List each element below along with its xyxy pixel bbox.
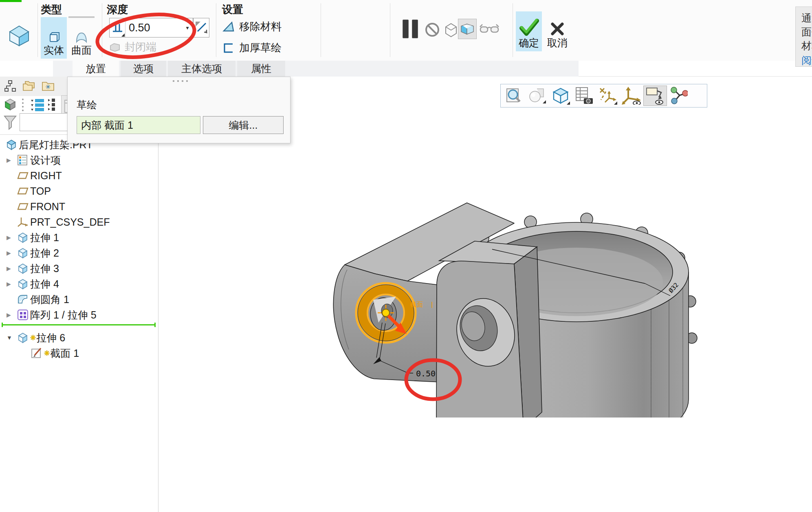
tooltip-line: 材料 xyxy=(801,39,812,53)
edit-sketch-button[interactable]: 编辑... xyxy=(203,116,284,134)
tree-item-extrude-1[interactable]: ▶ 拉伸 1 xyxy=(0,230,161,245)
tree-item-design-items[interactable]: ▶ 设计项 xyxy=(0,152,161,168)
group-title-settings: 设置 xyxy=(222,2,243,17)
tree-item-extrude-4[interactable]: ▶ 拉伸 4 xyxy=(0,276,161,292)
pause-button[interactable] xyxy=(403,20,418,38)
collapse-arrow-icon[interactable]: ▼ xyxy=(7,334,17,341)
closed-end-toggle[interactable]: 封闭端 xyxy=(109,40,156,54)
expand-arrow-icon[interactable]: ▶ xyxy=(7,265,17,272)
extrude-icon xyxy=(17,263,30,274)
spin-center-button[interactable] xyxy=(667,86,691,106)
round-icon xyxy=(17,294,30,305)
tab-label: 选项 xyxy=(133,62,154,75)
part-icon xyxy=(6,139,19,150)
expand-arrow-icon[interactable]: ▶ xyxy=(7,281,17,287)
group-title-depth: 深度 xyxy=(107,2,128,17)
tree-item-label: 倒圆角 1 xyxy=(30,293,69,306)
tree-item-section-1[interactable]: ✳ 截面 1 xyxy=(0,345,186,361)
model-viewport[interactable]: 截面 | 0.50 Ø32 xyxy=(310,202,721,418)
view-manager-icon xyxy=(575,87,594,105)
tab-placement[interactable]: 放置 xyxy=(73,61,119,77)
extrude-icon xyxy=(17,332,30,343)
settings-folder-icon[interactable]: ✳ xyxy=(40,79,56,93)
tree-item-extrude-3[interactable]: ▶ 拉伸 3 xyxy=(0,261,161,276)
tree-item-label: 阵列 1 / 拉伸 5 xyxy=(30,308,97,322)
refit-zoom-button[interactable] xyxy=(502,86,525,106)
tree-item-round-1[interactable]: 倒圆角 1 xyxy=(0,292,161,307)
tree-item-pattern-1[interactable]: ▶ 阵列 1 / 拉伸 5 xyxy=(0,307,161,323)
verify-glasses-button[interactable] xyxy=(479,24,500,35)
depth-control: ▾ xyxy=(109,18,193,37)
insert-locator-line[interactable] xyxy=(2,324,156,325)
depth-dropdown-arrow-icon[interactable]: ▾ xyxy=(183,24,192,31)
divider xyxy=(321,3,321,57)
ok-button[interactable]: 确定 xyxy=(516,11,542,51)
shading-mode-button[interactable] xyxy=(525,86,549,106)
datum-display-icon xyxy=(599,87,617,105)
display-style-button[interactable] xyxy=(549,86,572,106)
csys-display-icon xyxy=(622,87,641,105)
model-lug[interactable] xyxy=(436,241,542,418)
annotation-display-button[interactable] xyxy=(643,86,667,106)
closed-end-icon xyxy=(109,42,121,52)
divider xyxy=(216,3,216,57)
ribbon-dashboard: 类型 实体 曲面 深度 xyxy=(0,0,812,61)
surface-label: 曲面 xyxy=(71,44,92,57)
solid-label: 实体 xyxy=(44,44,64,57)
remove-material-label: 移除材料 xyxy=(239,20,282,34)
depth-value-input[interactable] xyxy=(125,21,183,35)
layers-folder-icon[interactable] xyxy=(21,79,37,93)
tab-options[interactable]: 选项 xyxy=(121,61,166,77)
spin-center-icon xyxy=(670,87,688,105)
no-preview-button[interactable] xyxy=(425,22,440,37)
flip-direction-button[interactable] xyxy=(193,18,209,37)
extrude-icon xyxy=(17,247,30,259)
collapse-all-icon[interactable] xyxy=(47,98,59,112)
model-tree-icon[interactable] xyxy=(4,80,16,92)
datum-display-button[interactable] xyxy=(596,86,620,106)
sketch-name: 内部 截面 1 xyxy=(81,119,133,132)
sketch-collector-field[interactable]: 内部 截面 1 xyxy=(77,116,200,134)
tree-item-extrude-2[interactable]: ▶ 拉伸 2 xyxy=(0,245,161,261)
view-manager-button[interactable] xyxy=(572,86,596,106)
cancel-button[interactable]: 取消 xyxy=(544,11,570,51)
thicken-sketch-toggle[interactable]: 加厚草绘 xyxy=(222,41,282,55)
geometry-preview-button[interactable] xyxy=(458,19,477,39)
tree-item-top-plane[interactable]: TOP xyxy=(0,183,161,199)
tree-item-label: 截面 1 xyxy=(50,347,79,360)
tree-item-label: 拉伸 1 xyxy=(30,231,59,244)
csys-icon xyxy=(17,217,30,227)
surface-type-button[interactable]: 曲面 xyxy=(68,17,95,59)
expand-all-icon[interactable] xyxy=(30,98,45,112)
depth-type-button[interactable] xyxy=(110,18,125,37)
tree-item-right-plane[interactable]: RIGHT xyxy=(0,168,161,183)
csys-display-button[interactable] xyxy=(620,86,643,106)
part-display-icon[interactable] xyxy=(3,98,17,111)
tooltip-read-link[interactable]: 阅读 xyxy=(801,53,812,67)
expand-arrow-icon[interactable]: ▶ xyxy=(7,157,17,163)
tree-item-label: PRT_CSYS_DEF xyxy=(30,216,110,228)
tree-item-label: 拉伸 6 xyxy=(36,331,65,345)
tab-body-options[interactable]: 主体选项 xyxy=(168,61,235,77)
wireframe-preview-button[interactable] xyxy=(442,21,460,38)
tree-item-extrude-6[interactable]: ▼ ✳ 拉伸 6 xyxy=(0,330,161,345)
depth-drag-handle[interactable] xyxy=(382,309,389,316)
expand-arrow-icon[interactable]: ▶ xyxy=(7,234,17,241)
tab-properties[interactable]: 属性 xyxy=(237,61,285,77)
application-window: 类型 实体 曲面 深度 xyxy=(0,0,812,512)
tree-item-front-plane[interactable]: FRONT xyxy=(0,199,161,214)
expand-arrow-icon[interactable]: ▶ xyxy=(7,312,17,318)
glasses-icon xyxy=(479,24,500,35)
expand-arrow-icon[interactable]: ▶ xyxy=(7,250,17,256)
tree-filter-input[interactable] xyxy=(20,113,74,131)
depth-dimension-value[interactable]: 0.50 xyxy=(416,369,436,378)
divider xyxy=(37,3,38,57)
modified-badge: ✳ xyxy=(30,334,36,342)
datum-plane-icon xyxy=(17,187,30,196)
remove-material-toggle[interactable]: 移除材料 xyxy=(222,20,282,34)
panel-drag-handle[interactable] xyxy=(173,80,188,82)
ok-check-icon xyxy=(518,18,539,36)
tree-item-csys[interactable]: PRT_CSYS_DEF xyxy=(0,214,161,230)
filter-funnel-icon[interactable] xyxy=(3,115,17,130)
solid-type-button[interactable]: 实体 xyxy=(41,17,67,59)
